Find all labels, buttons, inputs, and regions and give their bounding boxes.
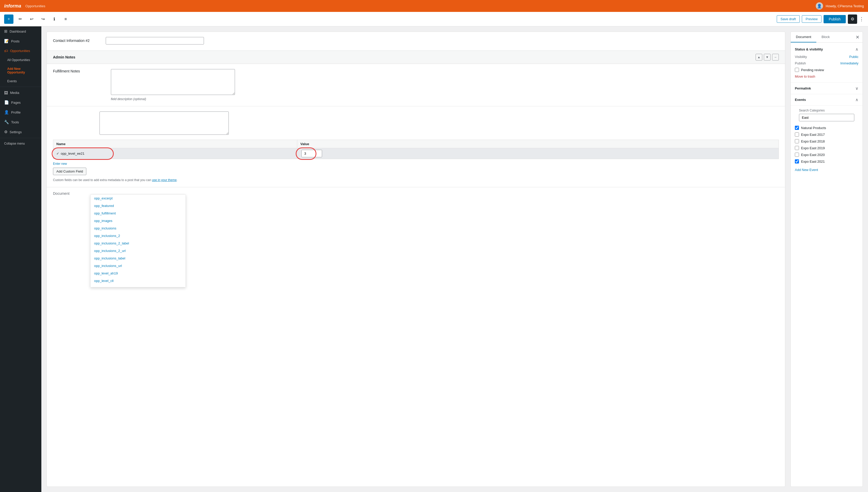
sidebar-item-posts[interactable]: 📝 Posts: [0, 36, 42, 46]
tab-block[interactable]: Block: [816, 32, 835, 43]
pen-icon: ✏: [19, 17, 22, 22]
sidebar-item-settings[interactable]: ⚙ Settings: [0, 127, 42, 137]
event-checkbox-list: Natural Products Expo East 2017 Expo Eas…: [791, 124, 863, 165]
content-textarea[interactable]: [100, 112, 229, 135]
selected-field-value-input[interactable]: [301, 150, 322, 157]
expo-east-2018-label: Expo East 2018: [801, 140, 825, 143]
section-collapse-button[interactable]: –: [772, 54, 779, 60]
visibility-value[interactable]: Public: [849, 55, 859, 59]
sidebar-item-pages[interactable]: 📄 Pages: [0, 98, 42, 107]
expo-east-2019-checkbox[interactable]: [795, 146, 799, 150]
user-greeting: Howdy, CPiersma Testing: [825, 4, 864, 8]
plus-icon: ＋: [7, 16, 11, 22]
pending-review-checkbox[interactable]: [795, 68, 799, 72]
section-up-button[interactable]: ▲: [756, 54, 762, 60]
sidebar-item-media[interactable]: 🖼 Media: [0, 88, 42, 98]
publish-row: Publish Immediately: [795, 61, 859, 65]
contact-info-label: Contact Information #2: [53, 39, 105, 43]
permalink-section: Permalink ∨: [791, 83, 863, 94]
expo-east-2017-checkbox[interactable]: [795, 132, 799, 137]
sidebar-item-tools[interactable]: 🔧 Tools: [0, 117, 42, 127]
tab-document[interactable]: Document: [791, 32, 816, 43]
undo-button[interactable]: ↩: [27, 15, 36, 24]
settings-icon: ⚙: [4, 130, 7, 134]
dropdown-item-opp-level-cll[interactable]: opp_level_cll: [90, 277, 186, 285]
expo-east-2021-checkbox[interactable]: [795, 159, 799, 164]
dropdown-item-opp-inclusions-2-label[interactable]: opp_inclusions_2_label: [90, 240, 186, 247]
admin-bar-right: 👤 Howdy, CPiersma Testing: [816, 2, 864, 9]
sidebar-item-events[interactable]: Events: [0, 77, 42, 85]
use-in-theme-link[interactable]: use in your theme: [152, 178, 177, 182]
preview-button[interactable]: Preview: [802, 15, 821, 23]
dropdown-item-opp-featured[interactable]: opp_featured: [90, 202, 186, 210]
status-visibility-title: Status & visibility: [795, 47, 823, 51]
events-section: Events ∧ Search Categories Natural Produ…: [791, 94, 863, 174]
sidebar-item-opportunities[interactable]: 🏷 Opportunities: [0, 46, 42, 56]
event-item-expo-east-2020: Expo East 2020: [795, 151, 859, 158]
dropdown-item-opp-inclusions-2[interactable]: opp_inclusions_2: [90, 232, 186, 240]
dashboard-icon: ⊞: [4, 29, 7, 34]
redo-button[interactable]: ↪: [38, 15, 48, 24]
pending-review-label: Pending review: [801, 68, 824, 72]
expo-east-2020-label: Expo East 2020: [801, 153, 825, 157]
expo-east-2018-checkbox[interactable]: [795, 139, 799, 143]
admin-notes-header: Admin Notes ▲ ▼ –: [47, 51, 785, 64]
info-button[interactable]: ℹ: [50, 15, 59, 24]
panel-close-button[interactable]: ✕: [852, 32, 863, 42]
posts-icon: 📝: [4, 39, 9, 44]
save-draft-button[interactable]: Save draft: [777, 15, 800, 23]
dropdown-item-opp-level-ah19[interactable]: opp_level_ah19: [90, 270, 186, 277]
sidebar-label-opportunities: Opportunities: [10, 49, 30, 53]
permalink-collapse-button[interactable]: ∨: [855, 86, 859, 91]
add-custom-field-button[interactable]: Add Custom Field: [53, 168, 86, 175]
status-collapse-button[interactable]: ∧: [855, 47, 859, 52]
move-to-trash-link[interactable]: Move to trash: [795, 74, 815, 78]
selected-field-name-cell: ✓ opp_level_ee21: [53, 148, 297, 159]
dropdown-item-opp-images[interactable]: opp_images: [90, 217, 186, 224]
sidebar-item-dashboard[interactable]: ⊞ Dashboard: [0, 26, 42, 36]
add-block-button[interactable]: ＋: [4, 15, 14, 24]
publish-button[interactable]: Publish: [823, 15, 846, 23]
pen-tool-button[interactable]: ✏: [16, 15, 25, 24]
panel-tabs: Document Block ✕: [791, 32, 863, 43]
sidebar-item-profile[interactable]: 👤 Profile: [0, 107, 42, 117]
publish-value[interactable]: Immediately: [840, 61, 859, 65]
field-description: field description (optional): [111, 97, 235, 101]
section-down-button[interactable]: ▼: [764, 54, 770, 60]
list-view-button[interactable]: ≡: [61, 15, 70, 24]
editor-toolbar: ＋ ✏ ↩ ↪ ℹ ≡ Save draft Preview Publish ⚙…: [0, 12, 868, 26]
dropdown-item-opp-level-club[interactable]: opp_level_club: [90, 285, 186, 287]
visibility-row: Visibility Public: [795, 55, 859, 59]
natural-products-checkbox[interactable]: [795, 126, 799, 130]
collapse-menu-button[interactable]: Collapse menu: [0, 139, 42, 148]
dropdown-item-opp-fulfillment[interactable]: opp_fulfillment: [90, 210, 186, 217]
dropdown-item-opp-excerpt[interactable]: opp_excerpt: [90, 195, 186, 202]
redo-icon: ↪: [42, 17, 45, 22]
more-options-button[interactable]: ⋮: [859, 16, 864, 22]
dropdown-item-opp-inclusions-2-url[interactable]: opp_inclusions_2_url: [90, 247, 186, 254]
permalink-header[interactable]: Permalink ∨: [791, 83, 863, 94]
dropdown-item-opp-inclusions[interactable]: opp_inclusions: [90, 224, 186, 232]
dropdown-item-opp-inclusions-label[interactable]: opp_inclusions_label: [90, 254, 186, 262]
event-item-expo-east-2017: Expo East 2017: [795, 131, 859, 138]
dropdown-item-opp-inclusions-url[interactable]: opp_inclusions_url: [90, 262, 186, 270]
sidebar-item-add-new-opportunity[interactable]: Add New Opportunity: [0, 65, 42, 77]
contact-info-input[interactable]: [106, 37, 204, 45]
sidebar-label-tools: Tools: [11, 120, 19, 124]
admin-bar-section: Opportunities: [25, 4, 45, 8]
enter-new-link[interactable]: Enter new: [53, 162, 67, 166]
sidebar-item-all-opportunities[interactable]: All Opportunities: [0, 56, 42, 65]
field-name-dropdown[interactable]: opp_excerpt opp_featured opp_fulfillment…: [90, 194, 186, 287]
settings-gear-button[interactable]: ⚙: [848, 15, 857, 24]
search-categories-input[interactable]: [799, 114, 854, 121]
status-visibility-section: Status & visibility ∧ Visibility Public …: [791, 43, 863, 83]
sidebar: ⊞ Dashboard 📝 Posts 🏷 Opportunities All …: [0, 26, 42, 492]
fulfillment-notes-textarea[interactable]: [111, 69, 235, 95]
visibility-label: Visibility: [795, 55, 807, 59]
events-collapse-button[interactable]: ∧: [855, 97, 859, 102]
expo-east-2020-checkbox[interactable]: [795, 153, 799, 157]
add-new-event-link[interactable]: Add New Event: [791, 165, 863, 174]
sidebar-label-profile: Profile: [11, 110, 21, 114]
sidebar-label-events: Events: [7, 79, 17, 83]
expo-east-2017-label: Expo East 2017: [801, 133, 825, 137]
